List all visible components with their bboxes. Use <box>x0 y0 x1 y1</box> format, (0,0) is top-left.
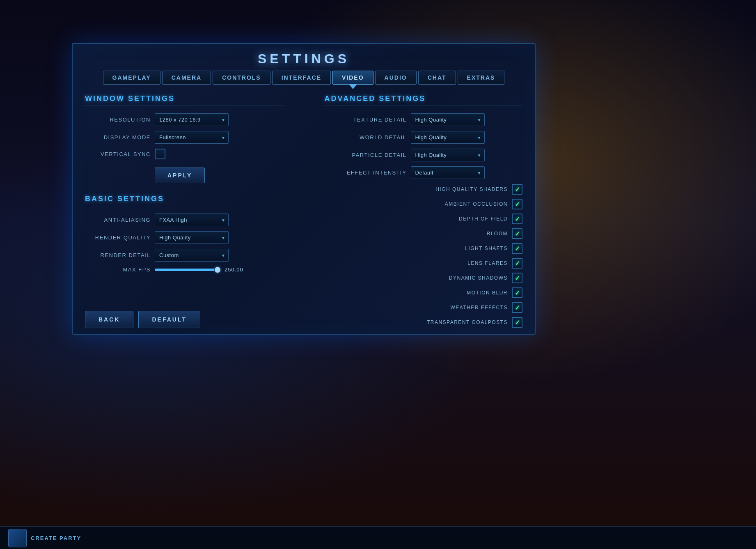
effect-intensity-row: EFFECT INTENSITY Default <box>325 166 523 179</box>
render-quality-dropdown[interactable]: High Quality <box>155 231 229 244</box>
effect-intensity-label: EFFECT INTENSITY <box>325 170 407 176</box>
checkbox-label-lens_flares: LENS FLARES <box>325 260 508 266</box>
max-fps-value: 250.00 <box>225 266 245 273</box>
right-panel: ADVANCED SETTINGS TEXTURE DETAIL High Qu… <box>325 94 523 310</box>
texture-detail-dropdown[interactable]: High Quality <box>411 113 485 126</box>
checkbox-light_shafts[interactable] <box>512 243 522 254</box>
tab-controls[interactable]: CONTROLS <box>213 71 270 85</box>
modal-title: SETTINGS <box>73 44 535 71</box>
checkbox-row-dynamic_shadows: DYNAMIC SHADOWS <box>325 273 523 283</box>
max-fps-row: MAX FPS 250.00 <box>85 266 283 273</box>
resolution-dropdown-wrapper: 1280 x 720 16:9 <box>155 113 229 126</box>
texture-detail-dropdown-wrapper: High Quality <box>411 113 485 126</box>
checkbox-row-light_shafts: LIGHT SHAFTS <box>325 243 523 254</box>
create-party-label[interactable]: CREATE PARTY <box>31 535 81 541</box>
checkbox-label-ambient_occlusion: AMBIENT OCCLUSION <box>325 201 508 207</box>
anti-aliasing-row: ANTI-ALIASING FXAA High <box>85 214 283 226</box>
panel-divider <box>304 94 304 310</box>
checkbox-bloom[interactable] <box>512 228 522 239</box>
world-detail-dropdown-wrapper: High Quality <box>411 131 485 144</box>
display-mode-dropdown-wrapper: Fullscreen <box>155 131 229 144</box>
checkbox-depth_of_field[interactable] <box>512 214 522 224</box>
max-fps-slider[interactable] <box>155 269 220 271</box>
basic-settings-title: BASIC SETTINGS <box>85 195 283 206</box>
anti-aliasing-dropdown-wrapper: FXAA High <box>155 214 229 226</box>
checkbox-motion_blur[interactable] <box>512 287 522 298</box>
checkbox-label-depth_of_field: DEPTH OF FIELD <box>325 216 508 222</box>
settings-modal: SETTINGS GAMEPLAY CAMERA CONTROLS INTERF… <box>72 43 536 335</box>
checkbox-dynamic_shadows[interactable] <box>512 273 522 283</box>
checkbox-ambient_occlusion[interactable] <box>512 199 522 209</box>
back-button[interactable]: BACK <box>85 311 133 328</box>
checkbox-row-depth_of_field: DEPTH OF FIELD <box>325 214 523 224</box>
checkbox-row-bloom: BLOOM <box>325 228 523 239</box>
tab-extras[interactable]: EXTRAS <box>458 71 505 85</box>
checkbox-label-dynamic_shadows: DYNAMIC SHADOWS <box>325 275 508 281</box>
tab-chat[interactable]: CHAT <box>418 71 456 85</box>
effect-intensity-dropdown-wrapper: Default <box>411 166 485 179</box>
texture-detail-row: TEXTURE DETAIL High Quality <box>325 113 523 126</box>
render-detail-dropdown-wrapper: Custom <box>155 249 229 262</box>
max-fps-label: MAX FPS <box>85 266 151 273</box>
bottom-bar: BACK DEFAULT <box>73 305 535 334</box>
particle-detail-dropdown-wrapper: High Quality <box>411 149 485 161</box>
display-mode-row: DISPLAY MODE Fullscreen <box>85 131 283 144</box>
create-party-bar: CREATE PARTY <box>0 526 756 549</box>
tab-gameplay[interactable]: GAMEPLAY <box>103 71 160 85</box>
apply-button[interactable]: APPLY <box>155 168 205 183</box>
render-detail-dropdown[interactable]: Custom <box>155 249 229 262</box>
render-quality-row: RENDER QUALITY High Quality <box>85 231 283 244</box>
window-settings-title: WINDOW SETTINGS <box>85 94 283 106</box>
effect-intensity-dropdown[interactable]: Default <box>411 166 485 179</box>
checkbox-label-light_shafts: LIGHT SHAFTS <box>325 246 508 251</box>
resolution-dropdown[interactable]: 1280 x 720 16:9 <box>155 113 229 126</box>
tab-interface[interactable]: INTERFACE <box>272 71 331 85</box>
anti-aliasing-dropdown[interactable]: FXAA High <box>155 214 229 226</box>
tab-audio[interactable]: AUDIO <box>375 71 417 85</box>
world-detail-label: WORLD DETAIL <box>325 134 407 140</box>
default-button[interactable]: DEFAULT <box>138 311 200 328</box>
render-quality-dropdown-wrapper: High Quality <box>155 231 229 244</box>
render-detail-label: RENDER DETAIL <box>85 252 151 258</box>
resolution-row: RESOLUTION 1280 x 720 16:9 <box>85 113 283 126</box>
texture-detail-label: TEXTURE DETAIL <box>325 117 407 123</box>
checkbox-row-lens_flares: LENS FLARES <box>325 258 523 269</box>
particle-detail-row: PARTICLE DETAIL High Quality <box>325 149 523 161</box>
display-mode-dropdown[interactable]: Fullscreen <box>155 131 229 144</box>
checkbox-row-ambient_occlusion: AMBIENT OCCLUSION <box>325 199 523 209</box>
tab-bar: GAMEPLAY CAMERA CONTROLS INTERFACE VIDEO… <box>73 71 535 90</box>
vsync-label: VERTICAL SYNC <box>85 151 151 157</box>
vsync-row: VERTICAL SYNC <box>85 149 283 159</box>
resolution-label: RESOLUTION <box>85 117 151 123</box>
checkbox-row-motion_blur: MOTION BLUR <box>325 287 523 298</box>
checkbox-high_quality_shaders[interactable] <box>512 184 522 195</box>
checkbox-label-high_quality_shaders: HIGH QUALITY SHADERS <box>325 186 508 192</box>
checkbox-label-motion_blur: MOTION BLUR <box>325 290 508 296</box>
checkbox-label-bloom: BLOOM <box>325 231 508 237</box>
world-detail-row: WORLD DETAIL High Quality <box>325 131 523 144</box>
max-fps-slider-container: 250.00 <box>155 266 245 273</box>
advanced-settings-title: ADVANCED SETTINGS <box>325 94 523 106</box>
content-area: WINDOW SETTINGS RESOLUTION 1280 x 720 16… <box>73 90 535 315</box>
checkbox-lens_flares[interactable] <box>512 258 522 269</box>
tab-camera[interactable]: CAMERA <box>162 71 211 85</box>
vsync-checkbox[interactable] <box>155 149 165 159</box>
anti-aliasing-label: ANTI-ALIASING <box>85 217 151 223</box>
party-avatar <box>8 529 27 547</box>
checkbox-row-high_quality_shaders: HIGH QUALITY SHADERS <box>325 184 523 195</box>
world-detail-dropdown[interactable]: High Quality <box>411 131 485 144</box>
particle-detail-dropdown[interactable]: High Quality <box>411 149 485 161</box>
render-quality-label: RENDER QUALITY <box>85 234 151 241</box>
render-detail-row: RENDER DETAIL Custom <box>85 249 283 262</box>
display-mode-label: DISPLAY MODE <box>85 134 151 140</box>
particle-detail-label: PARTICLE DETAIL <box>325 152 407 158</box>
tab-video[interactable]: VIDEO <box>332 71 373 85</box>
left-panel: WINDOW SETTINGS RESOLUTION 1280 x 720 16… <box>85 94 283 310</box>
